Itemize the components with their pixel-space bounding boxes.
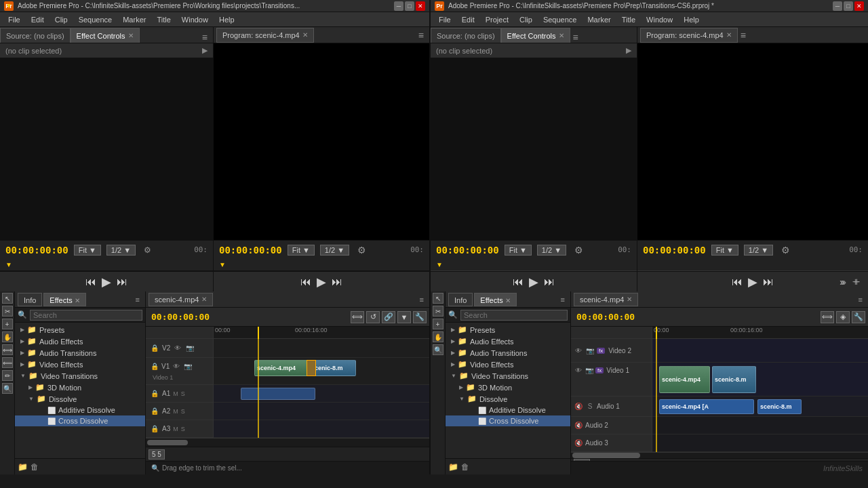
right-tree-dissolve[interactable]: ▼ 📁 Dissolve <box>446 393 570 405</box>
left-h-scroll-thumb[interactable] <box>147 440 188 445</box>
right-clip-video2[interactable]: scenic-8.m <box>712 366 756 393</box>
right-tl-btn3[interactable]: 🔧 <box>852 311 865 323</box>
left-delete-btn[interactable]: 🗑 <box>31 462 39 472</box>
left-tl-btn2[interactable]: ↺ <box>366 311 380 323</box>
left-timeline-panel-menu[interactable]: ≡ <box>417 296 427 304</box>
left-prog-wrench[interactable]: ⚙ <box>355 245 369 256</box>
left-wrench-btn[interactable]: ⚙ <box>141 245 154 255</box>
right-effects-close[interactable]: ✕ <box>505 297 511 304</box>
left-source-tab[interactable]: Source: (no clips) <box>0 28 71 43</box>
right-audio-clip1b[interactable]: scenic-8.m <box>757 399 802 414</box>
left-program-close[interactable]: ✕ <box>302 28 308 43</box>
left-menu-edit[interactable]: Edit <box>26 12 50 27</box>
right-close-btn[interactable]: ✕ <box>854 1 864 11</box>
right-effect-controls-tab[interactable]: Effect Controls ✕ <box>501 28 570 43</box>
left-step-fwd-btn[interactable]: ⏭ <box>117 276 127 288</box>
left-h-scrollbar[interactable] <box>146 438 429 447</box>
left-transition-marker[interactable] <box>307 360 316 376</box>
right-h-scroll-thumb[interactable] <box>572 453 640 458</box>
left-tool-zoom[interactable]: + <box>2 319 13 329</box>
right-fit-dropdown[interactable]: Fit ▼ <box>505 245 532 256</box>
left-prog-step-back[interactable]: ⏮ <box>300 276 311 288</box>
right-tree-video-effects[interactable]: ▶ 📁 Video Effects <box>446 359 570 370</box>
left-v1-vis[interactable]: 👁 <box>172 362 181 371</box>
right-tool-select[interactable]: ↖ <box>433 293 443 304</box>
right-a1-solo[interactable]: S <box>585 402 595 411</box>
left-tree-audio-transitions[interactable]: ▶ 📁 Audio Transitions <box>15 347 145 359</box>
left-timeline-close[interactable]: ✕ <box>201 293 207 306</box>
left-tool-razor[interactable]: ✂ <box>2 306 13 317</box>
left-tl-btn3[interactable]: 🔗 <box>382 311 395 323</box>
right-tool-zoom[interactable]: + <box>433 319 443 329</box>
right-v2-src[interactable]: 📷 <box>585 346 595 355</box>
left-tl-btn1[interactable]: ⟺ <box>351 311 364 323</box>
right-menu-marker[interactable]: Marker <box>582 12 616 27</box>
left-tool-select[interactable]: ↖ <box>2 293 13 304</box>
right-effects-panel-menu[interactable]: ≡ <box>558 296 568 304</box>
right-menu-help[interactable]: Help <box>678 12 705 27</box>
right-tree-3d-motion[interactable]: ▶ 📁 3D Motion <box>446 382 570 393</box>
left-tl-snap[interactable]: 🔧 <box>413 311 427 323</box>
left-menu-help[interactable]: Help <box>214 12 240 27</box>
left-a1-lock[interactable]: 🔒 <box>150 389 159 399</box>
right-maximize-btn[interactable]: □ <box>844 1 853 11</box>
left-menu-sequence[interactable]: Sequence <box>73 12 118 27</box>
right-menu-clip[interactable]: Clip <box>514 12 538 27</box>
left-new-folder-btn[interactable]: 📁 <box>18 462 28 472</box>
right-minimize-btn[interactable]: ─ <box>833 1 842 11</box>
left-tree-cross-dissolve[interactable]: ⬜ Cross Dissolve <box>15 415 145 426</box>
left-info-tab[interactable]: Info <box>18 293 42 306</box>
right-tl-btn1[interactable]: ⟺ <box>821 311 834 323</box>
left-v2-cam[interactable]: 📷 <box>185 344 195 353</box>
right-a1-mute[interactable]: 🔇 <box>574 402 583 411</box>
right-half-dropdown[interactable]: 1/2 ▼ <box>537 245 566 256</box>
left-tree-dissolve[interactable]: ▼ 📁 Dissolve <box>15 393 145 405</box>
right-tree-cross-dissolve[interactable]: ⬜ Cross Dissolve <box>446 415 570 426</box>
right-source-tab[interactable]: Source: (no clips) <box>431 28 501 43</box>
left-tool-pen[interactable]: ✏ <box>2 370 13 381</box>
right-tree-video-transitions[interactable]: ▼ 📁 Video Transitions <box>446 370 570 382</box>
right-timeline-panel-menu[interactable]: ≡ <box>856 296 865 304</box>
right-timeline-tab[interactable]: scenic-4.mp4 ✕ <box>574 293 638 306</box>
left-close-btn[interactable]: ✕ <box>416 1 425 11</box>
left-prog-step-fwd[interactable]: ⏭ <box>332 276 342 288</box>
right-delete-btn[interactable]: 🗑 <box>461 462 469 472</box>
left-maximize-btn[interactable]: □ <box>405 1 414 11</box>
left-effects-panel-menu[interactable]: ≡ <box>133 296 142 304</box>
right-tree-additive-dissolve[interactable]: ⬜ Additive Dissolve <box>446 405 570 415</box>
left-tree-video-effects[interactable]: ▶ 📁 Video Effects <box>15 359 145 370</box>
right-a3-mute[interactable]: 🔇 <box>574 439 583 448</box>
right-step-back[interactable]: ⏮ <box>513 276 524 288</box>
left-program-panel-menu[interactable]: ≡ <box>416 30 427 41</box>
right-v1-src[interactable]: 📷 <box>585 365 594 375</box>
right-source-panel-menu[interactable]: ≡ <box>570 32 581 43</box>
left-prog-half-dropdown[interactable]: 1/2 ▼ <box>320 245 349 256</box>
left-half-dropdown[interactable]: 1/2 ▼ <box>106 245 136 256</box>
left-minimize-btn[interactable]: ─ <box>394 1 403 11</box>
right-h-scrollbar[interactable] <box>571 452 868 458</box>
left-timeline-fit-btn[interactable]: 5 5 <box>149 449 165 460</box>
right-menu-title[interactable]: Title <box>616 12 641 27</box>
right-tree-audio-effects[interactable]: ▶ 📁 Audio Effects <box>446 336 570 347</box>
right-menu-file[interactable]: File <box>433 12 456 27</box>
right-timeline-close[interactable]: ✕ <box>627 293 632 306</box>
right-audio-clip1a[interactable]: scenic-4.mp4 [A <box>659 399 754 414</box>
right-program-panel-menu[interactable]: ≡ <box>738 30 749 41</box>
right-tool-hand[interactable]: ✋ <box>433 331 443 342</box>
right-wrench-btn[interactable]: ⚙ <box>572 245 586 256</box>
right-menu-edit[interactable]: Edit <box>456 12 480 27</box>
left-v2-lock[interactable]: 🔒 <box>150 344 159 353</box>
left-menu-file[interactable]: File <box>3 12 26 27</box>
left-step-back-btn[interactable]: ⏮ <box>85 276 96 288</box>
right-step-fwd[interactable]: ⏭ <box>544 276 555 288</box>
left-timeline-tab[interactable]: scenic-4.mp4 ✕ <box>149 293 213 306</box>
left-menu-marker[interactable]: Marker <box>117 12 151 27</box>
left-effects-search-input[interactable] <box>30 310 142 321</box>
right-prog-fit[interactable]: Fit ▼ <box>711 245 738 256</box>
right-effect-close[interactable]: ✕ <box>559 28 564 43</box>
left-v2-vis[interactable]: 👁 <box>173 344 182 353</box>
left-audio-clip1[interactable] <box>241 388 315 400</box>
right-prog-more[interactable]: » <box>837 277 848 287</box>
left-tree-video-transitions[interactable]: ▼ 📁 Video Transitions <box>15 370 145 382</box>
left-v1-cam[interactable]: 📷 <box>183 362 193 371</box>
